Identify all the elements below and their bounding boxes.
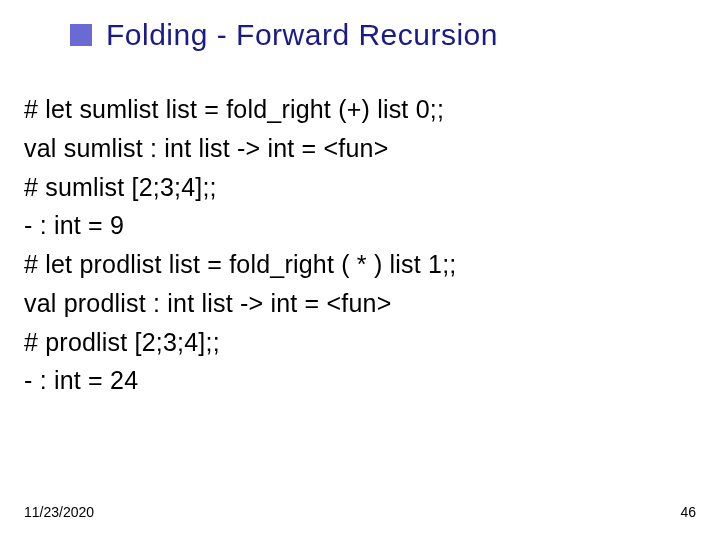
- code-line: # prodlist [2;3;4];;: [24, 323, 696, 362]
- slide-content: # let sumlist list = fold_right (+) list…: [24, 90, 696, 400]
- slide-title: Folding - Forward Recursion: [106, 18, 498, 52]
- code-line: - : int = 24: [24, 361, 696, 400]
- code-line: - : int = 9: [24, 206, 696, 245]
- code-line: # let sumlist list = fold_right (+) list…: [24, 90, 696, 129]
- footer-date: 11/23/2020: [24, 504, 94, 520]
- code-line: val prodlist : int list -> int = <fun>: [24, 284, 696, 323]
- code-line: val sumlist : int list -> int = <fun>: [24, 129, 696, 168]
- accent-square-icon: [70, 24, 92, 46]
- code-line: # let prodlist list = fold_right ( * ) l…: [24, 245, 696, 284]
- code-line: # sumlist [2;3;4];;: [24, 168, 696, 207]
- footer-page-number: 46: [680, 504, 696, 520]
- slide-title-area: Folding - Forward Recursion: [70, 18, 498, 52]
